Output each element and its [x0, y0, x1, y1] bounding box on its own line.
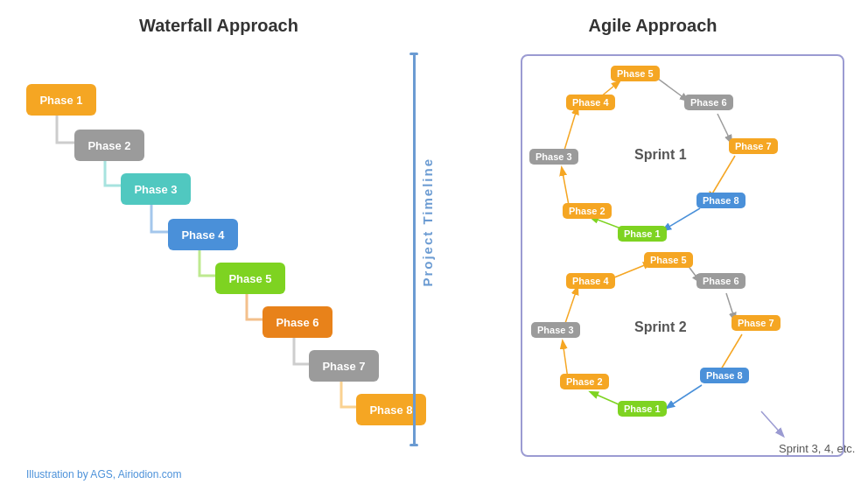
ag-s1-phase6: Phase 6: [684, 95, 733, 110]
wf-phase-2: Phase 2: [74, 130, 144, 161]
agile-section: Agile Approach: [438, 0, 868, 491]
sprint1-label: Sprint 1: [634, 147, 687, 163]
svg-line-6: [663, 208, 700, 230]
agile-title: Agile Approach: [438, 0, 868, 43]
wf-phase-4: Phase 4: [168, 219, 238, 250]
ag-s1-phase5: Phase 5: [611, 66, 660, 81]
ag-s1-phase3: Phase 3: [529, 149, 578, 165]
ag-s2-phase2: Phase 2: [560, 374, 609, 389]
timeline-line: [413, 53, 416, 446]
sprint2-label: Sprint 2: [634, 319, 687, 335]
timeline-top: [410, 53, 418, 55]
ag-s1-phase4: Phase 4: [566, 95, 615, 110]
ag-s2-phase8: Phase 8: [700, 368, 749, 383]
wf-phase-5: Phase 5: [215, 263, 285, 294]
ag-s2-phase1: Phase 1: [618, 401, 667, 417]
ag-s2-phase3: Phase 3: [531, 322, 580, 338]
sprint3-label: Sprint 3, 4, etc.: [779, 442, 855, 455]
timeline-bottom: [410, 444, 418, 446]
wf-phase-7: Phase 7: [309, 350, 379, 382]
ag-s1-phase8: Phase 8: [696, 193, 746, 208]
ag-s2-phase6: Phase 6: [696, 273, 746, 289]
waterfall-title: Waterfall Approach: [0, 0, 438, 43]
main-container: Waterfall Approach Phase 1 Phase 2 Phase…: [0, 0, 868, 491]
ag-s2-phase4: Phase 4: [566, 273, 615, 289]
svg-line-1: [654, 76, 688, 101]
footer-text: Illustration by AGS, Airiodion.com: [26, 468, 181, 480]
svg-line-16: [761, 411, 783, 436]
ag-s2-phase5: Phase 5: [644, 252, 693, 268]
ag-s1-phase1: Phase 1: [618, 226, 667, 242]
ag-s1-phase2: Phase 2: [563, 203, 612, 219]
wf-phase-1: Phase 1: [26, 84, 96, 116]
timeline-label: Project Timeline: [420, 158, 435, 287]
ag-s1-phase7: Phase 7: [729, 138, 778, 154]
svg-line-2: [718, 114, 732, 143]
svg-line-14: [667, 385, 702, 408]
waterfall-section: Waterfall Approach Phase 1 Phase 2 Phase…: [0, 0, 438, 491]
wf-phase-6: Phase 6: [262, 306, 332, 338]
ag-s2-phase7: Phase 7: [732, 315, 780, 331]
wf-phase-3: Phase 3: [121, 173, 191, 205]
